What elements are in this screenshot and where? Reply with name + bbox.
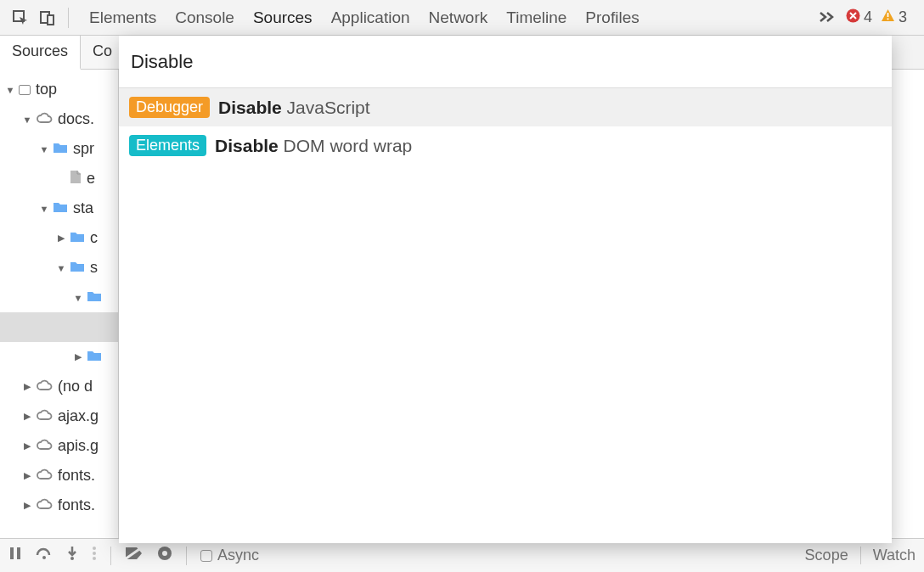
cloud-icon — [36, 378, 53, 395]
command-list: DebuggerDisable JavaScriptElementsDisabl… — [119, 88, 892, 165]
tree-row[interactable]: ▶fonts. — [0, 491, 118, 520]
folder-icon — [53, 140, 68, 158]
step-out-icon[interactable] — [92, 546, 97, 565]
folder-icon — [87, 348, 102, 366]
scope-tab[interactable]: Scope — [805, 547, 861, 564]
command-item[interactable]: DebuggerDisable JavaScript — [119, 88, 892, 126]
deactivate-breakpoints-icon[interactable] — [125, 547, 144, 564]
disclosure-triangle[interactable]: ▼ — [39, 144, 49, 154]
cloud-icon — [36, 467, 53, 485]
pause-exceptions-icon[interactable] — [157, 546, 172, 565]
tree-row[interactable]: ▶fonts. — [0, 461, 118, 491]
tree-row[interactable]: ▼spr — [0, 134, 118, 164]
folder-icon — [87, 289, 102, 306]
subtab-sources[interactable]: Sources — [0, 36, 81, 70]
tab-profiles[interactable]: Profiles — [585, 8, 639, 27]
command-badge: Debugger — [129, 97, 210, 118]
command-text: Disable DOM word wrap — [215, 136, 412, 156]
cloud-icon — [36, 496, 53, 514]
svg-rect-7 — [17, 547, 20, 559]
async-checkbox[interactable]: Async — [200, 547, 259, 564]
disclosure-triangle[interactable]: ▼ — [39, 204, 49, 214]
tree-label: apis.g — [58, 437, 99, 455]
tree-row[interactable]: ▼sta — [0, 193, 118, 223]
tree-row[interactable]: ▶(no d — [0, 372, 118, 401]
inspect-icon[interactable] — [7, 4, 34, 31]
cloud-icon — [36, 437, 53, 455]
status-counters[interactable]: 4 3 — [846, 8, 912, 27]
overflow-icon[interactable] — [819, 8, 836, 27]
disclosure-triangle[interactable]: ▶ — [22, 411, 32, 422]
svg-point-8 — [42, 556, 46, 559]
svg-rect-2 — [48, 15, 54, 25]
disclosure-triangle[interactable]: ▼ — [73, 293, 83, 303]
tree-row[interactable]: ▼s — [0, 253, 118, 283]
disclosure-triangle[interactable]: ▶ — [22, 381, 32, 392]
tab-network[interactable]: Network — [429, 8, 488, 27]
tab-sources[interactable]: Sources — [253, 8, 313, 27]
tree-label: c — [90, 229, 98, 247]
disclosure-triangle[interactable]: ▼ — [22, 115, 32, 125]
command-input-value: Disable — [131, 51, 193, 73]
panel-tabs: Elements Console Sources Application Net… — [89, 8, 808, 27]
command-item[interactable]: ElementsDisable DOM word wrap — [119, 126, 892, 165]
checkbox-icon — [200, 550, 212, 562]
tree-row[interactable]: ▼ — [0, 283, 118, 312]
scope-watch-tabs: Scope Watch — [805, 547, 916, 564]
svg-point-10 — [93, 547, 96, 550]
tab-application[interactable]: Application — [331, 8, 410, 27]
frame-icon — [19, 85, 31, 95]
tree-label: (no d — [58, 378, 93, 395]
svg-rect-4 — [887, 13, 889, 17]
tree-row[interactable]: e — [0, 164, 118, 193]
folder-icon — [53, 199, 68, 217]
tree-row[interactable]: ▶ — [0, 342, 118, 372]
step-over-icon[interactable] — [36, 547, 53, 564]
disclosure-triangle[interactable]: ▶ — [73, 351, 83, 362]
step-into-icon[interactable] — [66, 546, 78, 565]
folder-icon — [70, 229, 85, 247]
tree-label: ajax.g — [58, 407, 99, 425]
tree-label: fonts. — [58, 467, 95, 485]
tab-timeline[interactable]: Timeline — [506, 8, 566, 27]
devtools-top-bar: Elements Console Sources Application Net… — [0, 0, 924, 36]
pause-icon[interactable] — [8, 547, 22, 564]
tree-row[interactable] — [0, 312, 118, 342]
tree-label: sta — [73, 199, 93, 217]
error-icon — [846, 8, 860, 27]
svg-point-12 — [93, 557, 96, 560]
disclosure-triangle[interactable]: ▶ — [22, 440, 32, 451]
tree-label: spr — [73, 140, 94, 158]
tab-elements[interactable]: Elements — [89, 8, 156, 27]
disclosure-triangle[interactable]: ▶ — [22, 500, 32, 511]
tab-console[interactable]: Console — [175, 8, 234, 27]
tree-label: fonts. — [58, 496, 95, 514]
command-text: Disable JavaScript — [218, 98, 370, 118]
tree-row[interactable]: ▶ajax.g — [0, 401, 118, 431]
tree-label: e — [87, 170, 95, 188]
svg-point-11 — [93, 552, 96, 555]
disclosure-triangle[interactable]: ▼ — [5, 85, 15, 95]
tree-label: top — [36, 81, 57, 98]
watch-tab[interactable]: Watch — [873, 547, 916, 564]
disclosure-triangle[interactable]: ▼ — [56, 263, 66, 273]
svg-point-9 — [70, 557, 74, 560]
file-icon — [70, 170, 82, 188]
separator — [68, 8, 69, 28]
command-input-row[interactable]: Disable — [119, 36, 892, 88]
tree-label: docs. — [58, 110, 94, 128]
svg-point-15 — [162, 551, 167, 556]
tree-row[interactable]: ▶apis.g — [0, 431, 118, 461]
tree-label: s — [90, 259, 98, 277]
file-tree: ▼top▼docs.▼spre▼sta▶c▼s▼▶▶(no d▶ajax.g▶a… — [0, 70, 119, 545]
tree-row[interactable]: ▼docs. — [0, 104, 118, 134]
disclosure-triangle[interactable]: ▶ — [56, 233, 66, 244]
cloud-icon — [36, 407, 53, 425]
warning-icon — [881, 8, 895, 27]
separator — [186, 547, 187, 565]
device-toggle-icon[interactable] — [34, 4, 61, 31]
tree-row[interactable]: ▶c — [0, 223, 118, 253]
error-count: 4 — [864, 8, 872, 26]
disclosure-triangle[interactable]: ▶ — [22, 470, 32, 481]
tree-row[interactable]: ▼top — [0, 75, 118, 104]
